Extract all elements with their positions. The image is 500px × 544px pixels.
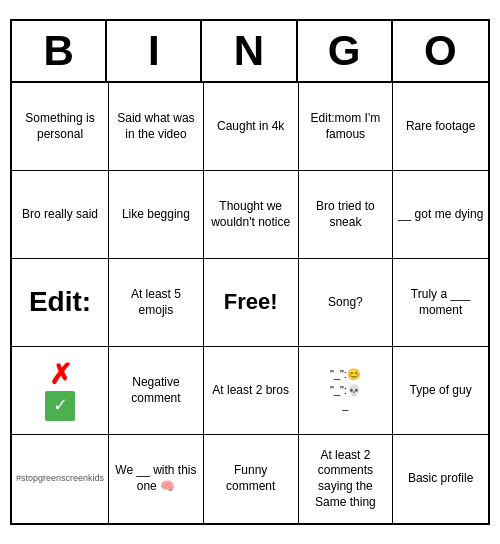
cell-r0c2[interactable]: Caught in 4k [204, 83, 299, 171]
cell-r1c0[interactable]: Bro really said [12, 171, 109, 259]
cell-r2c2-free[interactable]: Free! [204, 259, 299, 347]
header-g: G [298, 21, 393, 81]
x-mark-icon: ✗ [49, 361, 72, 389]
cell-r2c4[interactable]: Truly a ___ moment [393, 259, 488, 347]
cell-r1c4[interactable]: __ got me dying [393, 171, 488, 259]
cell-r4c2[interactable]: Funny comment [204, 435, 299, 523]
bingo-card: B I N G O Something is personal Said wha… [10, 19, 490, 525]
cell-r0c4[interactable]: Rare footage [393, 83, 488, 171]
header-n: N [202, 21, 297, 81]
cell-r3c0-cross[interactable]: ✗ ✓ [12, 347, 109, 435]
cell-r2c1[interactable]: At least 5 emojis [109, 259, 204, 347]
header-o: O [393, 21, 488, 81]
cell-r3c3[interactable]: "_":😊 "_":💀 _ [299, 347, 394, 435]
cell-r4c4[interactable]: Basic profile [393, 435, 488, 523]
cross-check-icons: ✗ ✓ [45, 361, 75, 421]
cell-r0c1[interactable]: Said what was in the video [109, 83, 204, 171]
cell-r1c3[interactable]: Bro tried to sneak [299, 171, 394, 259]
cell-r1c2[interactable]: Thought we wouldn't notice [204, 171, 299, 259]
cell-r3c4[interactable]: Type of guy [393, 347, 488, 435]
bingo-header: B I N G O [12, 21, 488, 83]
cell-r3c2[interactable]: At least 2 bros [204, 347, 299, 435]
header-b: B [12, 21, 107, 81]
cell-r3c1[interactable]: Negative comment [109, 347, 204, 435]
cell-r1c1[interactable]: Like begging [109, 171, 204, 259]
cell-r4c0[interactable]: #stopgreenscreenkids [12, 435, 109, 523]
bingo-grid: Something is personal Said what was in t… [12, 83, 488, 523]
cell-r4c3[interactable]: At least 2 comments saying the Same thin… [299, 435, 394, 523]
cell-r2c3[interactable]: Song? [299, 259, 394, 347]
check-mark-icon: ✓ [45, 391, 75, 421]
cell-r0c3[interactable]: Edit:mom I'm famous [299, 83, 394, 171]
header-i: I [107, 21, 202, 81]
cell-r2c0[interactable]: Edit: [12, 259, 109, 347]
cell-r4c1[interactable]: We __ with this one 🧠 [109, 435, 204, 523]
cell-r0c0[interactable]: Something is personal [12, 83, 109, 171]
